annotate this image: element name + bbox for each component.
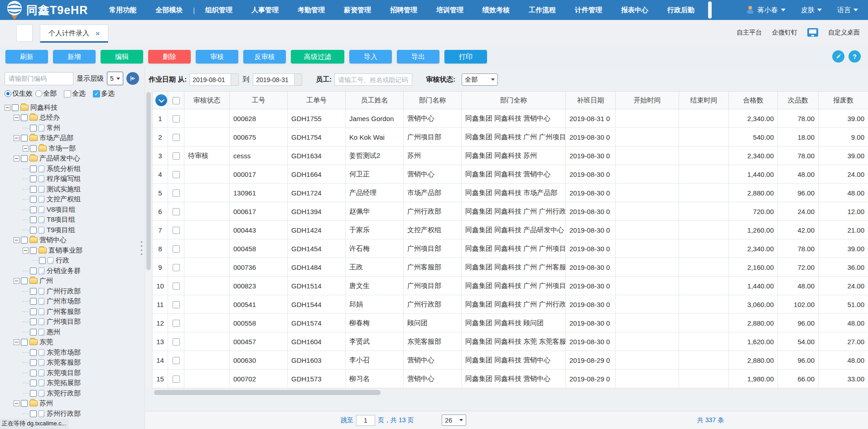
column-header-9[interactable]: 合格数 xyxy=(729,92,778,109)
collapse-panel-button[interactable] xyxy=(126,72,139,85)
tree-item[interactable]: 东莞行政部 xyxy=(5,388,137,399)
column-header-4[interactable]: 部门名称 xyxy=(404,92,462,109)
row-checkbox[interactable] xyxy=(173,227,180,234)
radio-全部[interactable] xyxy=(35,90,42,97)
nav-item-0[interactable]: 常用功能 xyxy=(100,0,146,20)
table-row[interactable]: 7000443GDH1424于家乐文控产权组同鑫集团 同鑫科技 产品研发中心20… xyxy=(153,221,868,239)
tree-item-label[interactable]: 惠州 xyxy=(47,328,60,336)
expander-icon[interactable] xyxy=(14,135,19,141)
toolbar-button-1[interactable]: 新增 xyxy=(53,50,96,63)
tree-item-label[interactable]: 广州市场部 xyxy=(47,297,81,306)
tree-item[interactable]: 同鑫科技 xyxy=(5,102,137,113)
tree-item[interactable]: 市场一部 xyxy=(5,143,137,154)
nav-item-7[interactable]: 培训管理 xyxy=(427,0,473,20)
tree-item-label[interactable]: 行政 xyxy=(56,256,69,265)
expander-icon[interactable] xyxy=(14,115,19,121)
tree-item-label[interactable]: 市场一部 xyxy=(48,144,76,153)
tree-item[interactable]: 东莞拓展部 xyxy=(5,378,137,389)
employee-search-input[interactable] xyxy=(334,73,412,86)
column-header-5[interactable]: 部门全称 xyxy=(462,92,566,109)
tree-checkbox[interactable] xyxy=(30,206,37,213)
row-checkbox[interactable] xyxy=(173,245,180,253)
row-checkbox[interactable] xyxy=(173,208,180,215)
row-checkbox[interactable] xyxy=(173,115,180,122)
tree-checkbox[interactable] xyxy=(30,380,37,386)
tree-checkbox[interactable] xyxy=(12,104,19,111)
table-row[interactable]: 1000628GDH1755James Gordon营销中心同鑫集团 同鑫科技 … xyxy=(153,109,868,128)
date-from-input[interactable] xyxy=(189,73,231,86)
expander-icon[interactable] xyxy=(14,156,19,161)
tree-item-label[interactable]: T9项目组 xyxy=(47,226,75,234)
select-all-checkbox[interactable] xyxy=(173,97,180,104)
tree-item-label[interactable]: 系统分析组 xyxy=(47,165,81,173)
tree-checkbox[interactable] xyxy=(30,390,37,397)
tree-checkbox[interactable] xyxy=(30,410,37,417)
row-checkbox[interactable] xyxy=(173,375,180,383)
tab-personal-piecework[interactable]: 个人计件录入 × xyxy=(40,24,108,43)
tree-item[interactable]: T9项目组 xyxy=(5,225,137,235)
tree-checkbox[interactable] xyxy=(30,370,37,376)
page-size-select[interactable]: 26 xyxy=(442,414,466,426)
tree-checkbox[interactable] xyxy=(21,114,28,121)
tree-item[interactable]: 苏州 xyxy=(5,399,137,409)
expander-icon[interactable] xyxy=(14,339,19,345)
tree-checkbox[interactable] xyxy=(30,359,37,366)
tree-item-label[interactable]: V8项目组 xyxy=(47,205,75,214)
nav-item-12[interactable]: 行政后勤 xyxy=(658,0,704,20)
row-checkbox[interactable] xyxy=(173,320,180,327)
tree-item[interactable]: 东莞项目部 xyxy=(5,368,137,378)
nav-item-3[interactable]: 人事管理 xyxy=(242,0,288,20)
toolbar-button-3[interactable]: 删除 xyxy=(148,50,191,63)
row-checkbox[interactable] xyxy=(173,357,180,364)
date-to-input[interactable] xyxy=(253,73,294,86)
tree-item[interactable]: 系统分析组 xyxy=(5,164,137,174)
tree-checkbox[interactable] xyxy=(30,247,37,254)
tree-checkbox[interactable] xyxy=(30,145,37,152)
tree-checkbox[interactable] xyxy=(30,227,37,234)
table-row[interactable]: 15000702GDH1573柳习名营销中心同鑫集团 同鑫科技 营销中心2019… xyxy=(153,370,868,388)
row-checkbox[interactable] xyxy=(173,190,180,197)
tree-item[interactable]: 测试实施组 xyxy=(5,184,137,195)
table-row[interactable]: 11000541GDH1544邱娟广州行政部同鑫集团 同鑫科技 广州 广州行政部… xyxy=(153,295,868,314)
nav-item-10[interactable]: 计件管理 xyxy=(565,0,612,20)
user-menu[interactable]: 蒋小春 xyxy=(746,6,786,15)
row-checkbox[interactable] xyxy=(173,171,180,178)
row-checkbox[interactable] xyxy=(173,283,180,290)
tree-item[interactable]: 东莞 xyxy=(5,337,137,348)
tree-item[interactable]: 分销业务群 xyxy=(5,266,137,276)
tree-item[interactable]: 广州 xyxy=(5,276,137,287)
expander-icon[interactable] xyxy=(14,400,19,406)
tree-item[interactable]: V8项目组 xyxy=(5,205,137,215)
tree-item-label[interactable]: 文控产权组 xyxy=(47,195,81,204)
tree-item-label[interactable]: 东莞行政部 xyxy=(47,389,81,398)
expander-icon[interactable] xyxy=(14,237,19,243)
tree-item-label[interactable]: 营销中心 xyxy=(39,236,67,244)
column-header-2[interactable]: 工单号 xyxy=(288,92,346,109)
nav-item-5[interactable]: 薪资管理 xyxy=(334,0,381,20)
nav-item-8[interactable]: 绩效考核 xyxy=(473,0,519,20)
tree-item[interactable]: 广州市场部 xyxy=(5,297,137,307)
nav-item-2[interactable]: 组织管理 xyxy=(196,0,242,20)
row-checkbox[interactable] xyxy=(173,264,180,271)
column-header-8[interactable]: 结束时间 xyxy=(679,92,729,109)
row-checkbox[interactable] xyxy=(173,338,180,346)
column-header-1[interactable]: 工号 xyxy=(230,92,288,109)
nav-item-4[interactable]: 考勤管理 xyxy=(288,0,334,20)
tree-item-label[interactable]: 程序编写组 xyxy=(47,175,81,183)
panel-splitter[interactable] xyxy=(139,67,145,429)
tree-item-label[interactable]: 东莞 xyxy=(39,338,53,346)
table-row[interactable]: 2000675GDH1754Ko Kok Wai广州项目部同鑫集团 同鑫科技 广… xyxy=(153,128,868,146)
tree-item[interactable]: 东莞市场部 xyxy=(5,347,137,358)
page-number-input[interactable] xyxy=(356,415,375,426)
toolbar-button-5[interactable]: 反审核 xyxy=(243,50,286,63)
table-row[interactable]: 14000630GDH1603李小召营销中心同鑫集团 同鑫科技 营销中心2019… xyxy=(153,351,868,370)
tree-item-label[interactable]: 常州 xyxy=(47,124,60,132)
expander-icon[interactable] xyxy=(14,278,19,284)
tree-item[interactable]: T8项目组 xyxy=(5,215,137,225)
close-icon[interactable]: × xyxy=(96,29,100,37)
table-row[interactable]: 5130961GDH1724产品经理市场产品部同鑫集团 同鑫科技 市场产品部20… xyxy=(153,184,868,202)
tree-item[interactable]: 总经办 xyxy=(5,113,137,123)
toolbar-button-0[interactable]: 刷新 xyxy=(5,50,48,63)
tree-checkbox[interactable] xyxy=(30,298,37,305)
tree-item-label[interactable]: 直销事业部 xyxy=(48,246,82,255)
